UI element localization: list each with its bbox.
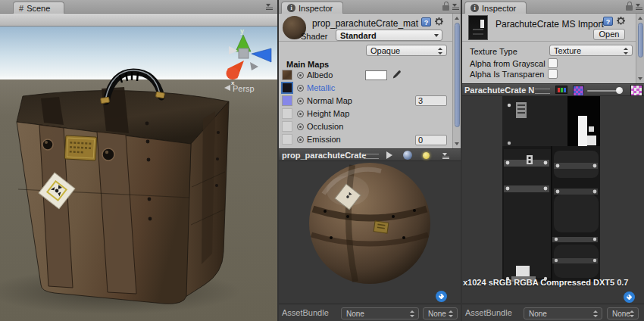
alpha-checker-icon[interactable] (630, 85, 642, 96)
help-icon[interactable]: ? (603, 17, 613, 26)
scene-menu-icon[interactable] (266, 3, 274, 10)
normal-texture-thumb[interactable] (282, 95, 292, 106)
gizmo-center-cube[interactable] (239, 48, 249, 58)
texture-header: ParachuteCrate MS Import ? Open (462, 14, 636, 42)
alpha-is-transparent-label: Alpha Is Transparen (470, 70, 544, 79)
scrollbar-thumb[interactable] (638, 23, 643, 58)
material-title: prop_parachuteCrate_mat (312, 18, 418, 29)
scroll-down-icon[interactable] (455, 142, 459, 145)
map-row-metallic[interactable]: Metallic (279, 83, 452, 95)
normal-map-value-field[interactable]: 3 (415, 95, 447, 106)
texture-preview-title: ParachuteCrate N (464, 86, 534, 95)
metallic-texture-thumb[interactable] (282, 83, 292, 93)
play-icon[interactable] (386, 151, 392, 159)
updown-arrows-icon (593, 310, 599, 317)
assetbundle-dropdown[interactable]: None (341, 307, 419, 319)
assetbundle-dropdown[interactable]: None (524, 307, 602, 319)
axis-x-cone-base[interactable] (227, 67, 239, 79)
texture-type-dropdown[interactable]: Texture (549, 45, 633, 56)
scroll-up-icon[interactable] (638, 17, 642, 20)
help-icon[interactable]: ? (421, 17, 431, 26)
drag-handle-icon[interactable] (364, 154, 379, 159)
map-row-emission[interactable]: Emission 0 (279, 134, 452, 146)
open-button[interactable]: Open (593, 29, 625, 40)
alpha-from-grayscale-label: Alpha from Grayscal (470, 59, 546, 68)
texture-type-label: Texture Type (470, 47, 517, 56)
map-row-occlusion[interactable]: Occlusion (279, 121, 452, 133)
assetbundle-variant-dropdown[interactable]: None (607, 307, 639, 319)
map-row-height[interactable]: Height Map (279, 108, 452, 120)
inspector-menu-icon[interactable] (636, 3, 643, 10)
eyedropper-icon[interactable] (392, 70, 401, 81)
assetbundle-footer: AssetBundle None None (279, 304, 461, 321)
inspector-scrollbar[interactable] (452, 14, 461, 148)
object-picker-icon[interactable] (297, 98, 304, 104)
chevron-down-icon (434, 34, 439, 37)
tab-inspector[interactable]: i Inspector (464, 2, 527, 14)
lock-icon[interactable] (626, 5, 633, 11)
emission-value-field[interactable]: 0 (415, 135, 447, 145)
object-picker-icon[interactable] (297, 136, 304, 143)
emission-texture-thumb[interactable] (282, 134, 292, 145)
texture-preview-area[interactable]: x1024 sRGB RGBA Compressed DXT5 0.7 (462, 96, 644, 304)
shader-value: Standard (340, 31, 377, 40)
gear-icon[interactable] (434, 17, 444, 28)
shader-dropdown[interactable]: Standard (336, 30, 442, 41)
inspector-tabbar: i Inspector (279, 0, 461, 14)
rendering-mode-value: Opaque (370, 46, 400, 55)
drag-handle-icon[interactable] (535, 89, 550, 94)
axis-y-label: y (240, 27, 244, 35)
inspector-scrollbar[interactable] (636, 14, 644, 83)
material-preview-area[interactable] (279, 161, 461, 304)
preview-light-toggle[interactable] (423, 152, 430, 159)
texture-type-value: Texture (554, 46, 581, 55)
preview-shape-toggle[interactable] (403, 151, 412, 160)
occlusion-texture-thumb[interactable] (282, 121, 292, 132)
rendering-mode-dropdown[interactable]: Opaque (366, 45, 447, 56)
gear-icon[interactable] (616, 16, 626, 27)
preview-menu-icon[interactable] (442, 152, 450, 159)
mipmap-checker-icon[interactable] (573, 86, 584, 96)
map-label: Albedo (307, 70, 333, 79)
texture-preview-header[interactable]: ParachuteCrate N (462, 83, 644, 96)
tab-inspector[interactable]: i Inspector (281, 2, 343, 14)
object-picker-icon[interactable] (297, 111, 304, 117)
map-row-normal[interactable]: Normal Map 3 (279, 95, 452, 108)
lock-icon[interactable] (442, 5, 449, 11)
alpha-is-transparent-checkbox[interactable] (548, 69, 558, 79)
map-row-albedo[interactable]: Albedo (279, 70, 452, 82)
brass-plate (64, 136, 97, 160)
height-texture-thumb[interactable] (282, 108, 292, 119)
material-preview-header[interactable]: prop_parachuteCrate .pvhead .menu-icon::… (279, 148, 461, 161)
assetbundle-tag-icon[interactable] (624, 291, 635, 304)
scene-panel: # Scene Shaded 2D (0, 0, 277, 321)
tab-scene[interactable]: # Scene (13, 2, 64, 14)
material-preview-sphere[interactable] (308, 162, 431, 285)
persp-label[interactable]: Persp (233, 84, 255, 93)
assetbundle-footer: AssetBundle None None (462, 304, 644, 321)
scene-viewport-3d[interactable]: y x Persp (0, 26, 277, 321)
grid-icon: # (19, 4, 23, 13)
assetbundle-variant-dropdown[interactable]: None (423, 307, 458, 319)
alpha-from-grayscale-checkbox[interactable] (548, 58, 558, 68)
object-picker-icon[interactable] (297, 85, 304, 92)
albedo-texture-thumb[interactable] (282, 70, 292, 80)
object-picker-icon[interactable] (297, 72, 304, 79)
scroll-down-icon[interactable] (638, 77, 642, 80)
assetbundle-variant-value: None (428, 310, 446, 318)
scroll-up-icon[interactable] (455, 17, 459, 20)
scrollbar-thumb[interactable] (455, 23, 460, 127)
object-picker-icon[interactable] (297, 123, 304, 130)
assetbundle-tag-icon[interactable] (436, 291, 447, 304)
map-label: Height Map (307, 109, 349, 118)
mip-slider-handle[interactable] (616, 87, 623, 94)
inspector-menu-icon[interactable] (452, 3, 460, 10)
assetbundle-label: AssetBundle (465, 308, 512, 317)
main-maps-header: Main Maps (286, 60, 329, 69)
rgb-channels-button[interactable] (555, 86, 567, 94)
texture-inspector-panel: i Inspector ParachuteCrate MS Import ? O… (462, 0, 644, 321)
parachute-crate-model[interactable] (17, 70, 229, 304)
albedo-color-swatch[interactable] (365, 70, 387, 80)
texture-thumbnail[interactable] (468, 15, 488, 40)
map-label-selected: Metallic (307, 83, 335, 92)
